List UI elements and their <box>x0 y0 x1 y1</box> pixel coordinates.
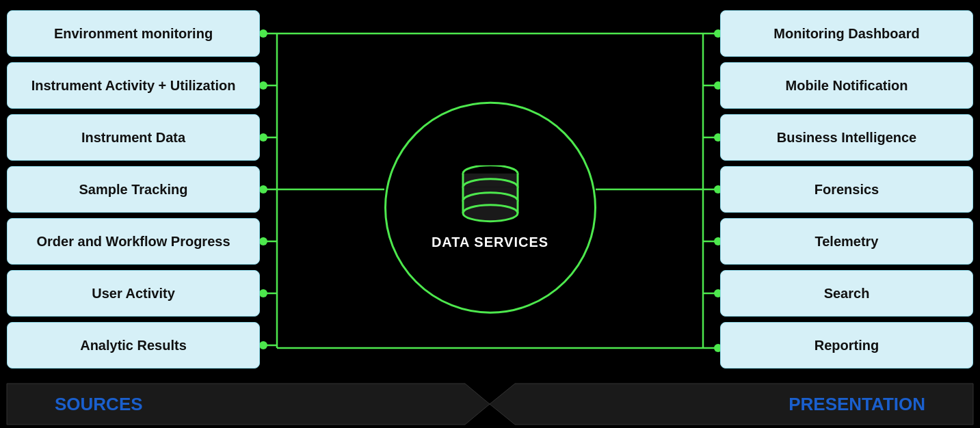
card-monitoring-dashboard[interactable]: Monitoring Dashboard <box>720 10 973 57</box>
card-search[interactable]: Search <box>720 270 973 317</box>
card-instrument-data[interactable]: Instrument Data <box>7 114 260 161</box>
database-icon <box>456 165 525 224</box>
bottom-section: SOURCES PRESENTATION <box>0 380 980 428</box>
presentation-label: PRESENTATION <box>789 394 925 415</box>
right-column: Monitoring Dashboard Mobile Notification… <box>720 10 973 369</box>
card-sample-tracking[interactable]: Sample Tracking <box>7 166 260 213</box>
left-column: Environment monitoring Instrument Activi… <box>7 10 260 369</box>
svg-point-8 <box>259 29 267 38</box>
card-forensics[interactable]: Forensics <box>720 166 973 213</box>
svg-point-10 <box>259 133 267 142</box>
data-services-label: DATA SERVICES <box>432 235 548 250</box>
svg-point-11 <box>259 185 267 193</box>
diagram-container: Environment monitoring Instrument Activi… <box>0 0 980 428</box>
data-services-circle: DATA SERVICES <box>384 102 596 314</box>
card-mobile-notification[interactable]: Mobile Notification <box>720 62 973 109</box>
svg-point-48 <box>463 205 518 222</box>
svg-point-14 <box>259 341 267 349</box>
svg-point-13 <box>259 289 267 297</box>
svg-point-12 <box>259 237 267 245</box>
card-reporting[interactable]: Reporting <box>720 322 973 369</box>
card-analytic-results[interactable]: Analytic Results <box>7 322 260 369</box>
card-order-workflow[interactable]: Order and Workflow Progress <box>7 218 260 265</box>
card-user-activity[interactable]: User Activity <box>7 270 260 317</box>
svg-point-9 <box>259 81 267 90</box>
card-environment-monitoring[interactable]: Environment monitoring <box>7 10 260 57</box>
card-telemetry[interactable]: Telemetry <box>720 218 973 265</box>
sources-label: SOURCES <box>55 394 143 415</box>
card-instrument-activity[interactable]: Instrument Activity + Utilization <box>7 62 260 109</box>
center-data-services: DATA SERVICES <box>384 102 596 314</box>
card-business-intelligence[interactable]: Business Intelligence <box>720 114 973 161</box>
